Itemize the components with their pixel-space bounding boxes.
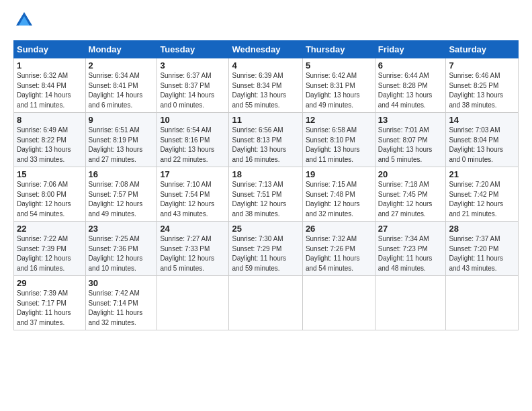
days-of-week-row: SundayMondayTuesdayWednesdayThursdayFrid… bbox=[14, 41, 519, 58]
day-info: Sunrise: 7:10 AM Sunset: 7:54 PM Dayligh… bbox=[160, 180, 226, 219]
day-info: Sunrise: 7:03 AM Sunset: 8:04 PM Dayligh… bbox=[449, 126, 515, 165]
day-number: 13 bbox=[378, 115, 443, 125]
day-number: 30 bbox=[89, 278, 154, 288]
day-info: Sunrise: 6:42 AM Sunset: 8:31 PM Dayligh… bbox=[306, 71, 372, 110]
day-number: 26 bbox=[306, 224, 372, 234]
calendar-week-row: 15Sunrise: 7:06 AM Sunset: 8:00 PM Dayli… bbox=[14, 167, 519, 222]
day-info: Sunrise: 7:30 AM Sunset: 7:29 PM Dayligh… bbox=[232, 234, 299, 273]
calendar-cell: 28Sunrise: 7:37 AM Sunset: 7:20 PM Dayli… bbox=[446, 222, 519, 276]
header bbox=[13, 11, 519, 32]
calendar-cell bbox=[157, 276, 229, 330]
calendar-cell: 24Sunrise: 7:27 AM Sunset: 7:33 PM Dayli… bbox=[157, 222, 229, 276]
calendar-cell: 26Sunrise: 7:32 AM Sunset: 7:26 PM Dayli… bbox=[302, 222, 375, 276]
day-info: Sunrise: 7:13 AM Sunset: 7:51 PM Dayligh… bbox=[232, 180, 299, 219]
day-info: Sunrise: 7:20 AM Sunset: 7:42 PM Dayligh… bbox=[449, 180, 515, 219]
day-of-week-header: Sunday bbox=[14, 41, 86, 58]
day-number: 22 bbox=[17, 224, 83, 234]
day-number: 12 bbox=[306, 115, 372, 125]
calendar-cell bbox=[302, 276, 375, 330]
day-number: 24 bbox=[160, 224, 226, 234]
day-number: 6 bbox=[378, 60, 443, 71]
day-info: Sunrise: 7:34 AM Sunset: 7:23 PM Dayligh… bbox=[378, 234, 443, 273]
day-number: 21 bbox=[449, 169, 515, 179]
day-number: 9 bbox=[89, 115, 154, 125]
day-number: 4 bbox=[232, 60, 299, 71]
calendar-cell: 15Sunrise: 7:06 AM Sunset: 8:00 PM Dayli… bbox=[14, 167, 86, 222]
day-number: 8 bbox=[17, 115, 83, 125]
calendar-cell: 7Sunrise: 6:46 AM Sunset: 8:25 PM Daylig… bbox=[446, 58, 519, 113]
calendar-cell: 21Sunrise: 7:20 AM Sunset: 7:42 PM Dayli… bbox=[446, 167, 519, 222]
calendar-cell bbox=[446, 276, 519, 330]
day-info: Sunrise: 7:42 AM Sunset: 7:14 PM Dayligh… bbox=[89, 289, 154, 328]
day-of-week-header: Wednesday bbox=[229, 41, 302, 58]
calendar-cell: 30Sunrise: 7:42 AM Sunset: 7:14 PM Dayli… bbox=[85, 276, 157, 330]
day-number: 17 bbox=[160, 169, 226, 179]
day-info: Sunrise: 7:32 AM Sunset: 7:26 PM Dayligh… bbox=[306, 234, 372, 273]
calendar-cell: 10Sunrise: 6:54 AM Sunset: 8:16 PM Dayli… bbox=[157, 113, 229, 167]
day-info: Sunrise: 7:22 AM Sunset: 7:39 PM Dayligh… bbox=[17, 234, 83, 273]
day-info: Sunrise: 6:37 AM Sunset: 8:37 PM Dayligh… bbox=[160, 71, 226, 110]
calendar-cell bbox=[229, 276, 302, 330]
calendar-table: SundayMondayTuesdayWednesdayThursdayFrid… bbox=[13, 40, 519, 330]
day-info: Sunrise: 6:58 AM Sunset: 8:10 PM Dayligh… bbox=[306, 126, 372, 165]
day-info: Sunrise: 6:56 AM Sunset: 8:13 PM Dayligh… bbox=[232, 126, 299, 165]
day-number: 10 bbox=[160, 115, 226, 125]
day-number: 16 bbox=[89, 169, 154, 179]
day-number: 18 bbox=[232, 169, 299, 179]
day-info: Sunrise: 6:39 AM Sunset: 8:34 PM Dayligh… bbox=[232, 71, 299, 110]
day-number: 25 bbox=[232, 224, 299, 234]
calendar-cell: 5Sunrise: 6:42 AM Sunset: 8:31 PM Daylig… bbox=[302, 58, 375, 113]
calendar-cell: 22Sunrise: 7:22 AM Sunset: 7:39 PM Dayli… bbox=[14, 222, 86, 276]
day-number: 29 bbox=[17, 278, 83, 288]
day-number: 5 bbox=[306, 60, 372, 71]
day-of-week-header: Tuesday bbox=[157, 41, 229, 58]
day-number: 20 bbox=[378, 169, 443, 179]
calendar-cell: 14Sunrise: 7:03 AM Sunset: 8:04 PM Dayli… bbox=[446, 113, 519, 167]
calendar-cell: 3Sunrise: 6:37 AM Sunset: 8:37 PM Daylig… bbox=[157, 58, 229, 113]
day-number: 28 bbox=[449, 224, 515, 234]
day-info: Sunrise: 6:34 AM Sunset: 8:41 PM Dayligh… bbox=[89, 71, 154, 110]
day-info: Sunrise: 7:08 AM Sunset: 7:57 PM Dayligh… bbox=[89, 180, 154, 219]
calendar-cell: 16Sunrise: 7:08 AM Sunset: 7:57 PM Dayli… bbox=[85, 167, 157, 222]
day-info: Sunrise: 7:25 AM Sunset: 7:36 PM Dayligh… bbox=[89, 234, 154, 273]
page: SundayMondayTuesdayWednesdayThursdayFrid… bbox=[0, 0, 532, 411]
calendar-cell: 23Sunrise: 7:25 AM Sunset: 7:36 PM Dayli… bbox=[85, 222, 157, 276]
calendar-cell: 12Sunrise: 6:58 AM Sunset: 8:10 PM Dayli… bbox=[302, 113, 375, 167]
day-info: Sunrise: 7:18 AM Sunset: 7:45 PM Dayligh… bbox=[378, 180, 443, 219]
calendar-week-row: 22Sunrise: 7:22 AM Sunset: 7:39 PM Dayli… bbox=[14, 222, 519, 276]
calendar-cell: 6Sunrise: 6:44 AM Sunset: 8:28 PM Daylig… bbox=[375, 58, 446, 113]
calendar-cell: 4Sunrise: 6:39 AM Sunset: 8:34 PM Daylig… bbox=[229, 58, 302, 113]
calendar-header: SundayMondayTuesdayWednesdayThursdayFrid… bbox=[14, 41, 519, 58]
day-of-week-header: Monday bbox=[85, 41, 157, 58]
day-number: 14 bbox=[449, 115, 515, 125]
calendar-cell: 19Sunrise: 7:15 AM Sunset: 7:48 PM Dayli… bbox=[302, 167, 375, 222]
day-number: 19 bbox=[306, 169, 372, 179]
day-number: 23 bbox=[89, 224, 154, 234]
day-info: Sunrise: 6:46 AM Sunset: 8:25 PM Dayligh… bbox=[449, 71, 515, 110]
calendar-week-row: 29Sunrise: 7:39 AM Sunset: 7:17 PM Dayli… bbox=[14, 276, 519, 330]
calendar-cell: 8Sunrise: 6:49 AM Sunset: 8:22 PM Daylig… bbox=[14, 113, 86, 167]
day-info: Sunrise: 7:27 AM Sunset: 7:33 PM Dayligh… bbox=[160, 234, 226, 273]
day-of-week-header: Thursday bbox=[302, 41, 375, 58]
calendar-cell: 11Sunrise: 6:56 AM Sunset: 8:13 PM Dayli… bbox=[229, 113, 302, 167]
day-info: Sunrise: 7:06 AM Sunset: 8:00 PM Dayligh… bbox=[17, 180, 83, 219]
calendar-cell: 18Sunrise: 7:13 AM Sunset: 7:51 PM Dayli… bbox=[229, 167, 302, 222]
calendar-week-row: 8Sunrise: 6:49 AM Sunset: 8:22 PM Daylig… bbox=[14, 113, 519, 167]
calendar-body: 1Sunrise: 6:32 AM Sunset: 8:44 PM Daylig… bbox=[14, 58, 519, 330]
day-info: Sunrise: 6:51 AM Sunset: 8:19 PM Dayligh… bbox=[89, 126, 154, 165]
calendar-cell: 29Sunrise: 7:39 AM Sunset: 7:17 PM Dayli… bbox=[14, 276, 86, 330]
day-number: 27 bbox=[378, 224, 443, 234]
day-info: Sunrise: 7:15 AM Sunset: 7:48 PM Dayligh… bbox=[306, 180, 372, 219]
calendar-cell: 1Sunrise: 6:32 AM Sunset: 8:44 PM Daylig… bbox=[14, 58, 86, 113]
calendar-cell bbox=[375, 276, 446, 330]
calendar-cell: 27Sunrise: 7:34 AM Sunset: 7:23 PM Dayli… bbox=[375, 222, 446, 276]
calendar-cell: 20Sunrise: 7:18 AM Sunset: 7:45 PM Dayli… bbox=[375, 167, 446, 222]
day-info: Sunrise: 6:44 AM Sunset: 8:28 PM Dayligh… bbox=[378, 71, 443, 110]
calendar-week-row: 1Sunrise: 6:32 AM Sunset: 8:44 PM Daylig… bbox=[14, 58, 519, 113]
day-info: Sunrise: 6:32 AM Sunset: 8:44 PM Dayligh… bbox=[17, 71, 83, 110]
day-of-week-header: Saturday bbox=[446, 41, 519, 58]
day-of-week-header: Friday bbox=[375, 41, 446, 58]
calendar-cell: 25Sunrise: 7:30 AM Sunset: 7:29 PM Dayli… bbox=[229, 222, 302, 276]
day-number: 3 bbox=[160, 60, 226, 71]
day-info: Sunrise: 7:37 AM Sunset: 7:20 PM Dayligh… bbox=[449, 234, 515, 273]
